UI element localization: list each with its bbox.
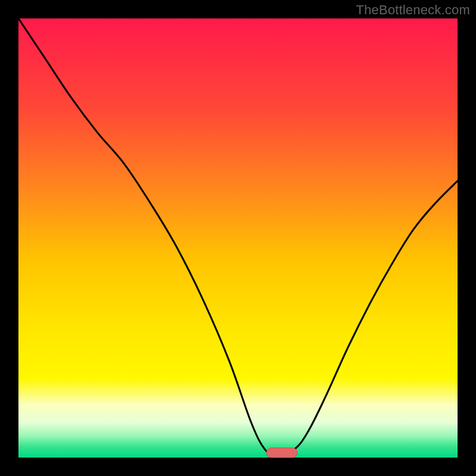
watermark-text: TheBottleneck.com [356, 2, 470, 18]
plot-background [18, 18, 458, 458]
optimal-marker [267, 448, 298, 458]
bottleneck-chart [0, 0, 476, 476]
chart-stage: TheBottleneck.com [0, 0, 476, 476]
